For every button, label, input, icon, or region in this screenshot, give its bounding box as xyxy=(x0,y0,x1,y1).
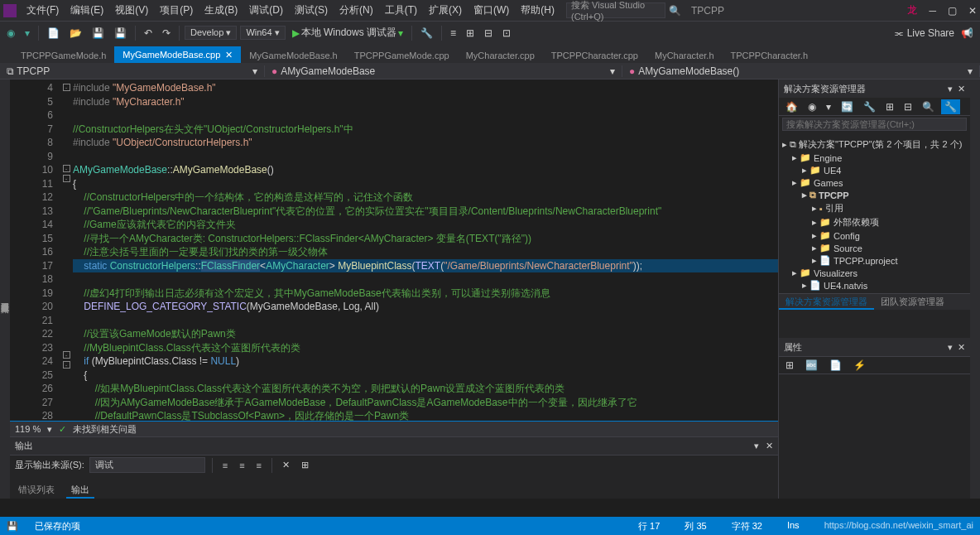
file-tab[interactable]: TPCPPCharacter.cpp xyxy=(543,47,646,63)
save-all-button[interactable]: 💾 xyxy=(111,26,130,41)
file-tab[interactable]: MyGameModeBase.h xyxy=(241,47,345,63)
zoom-level[interactable]: 119 % xyxy=(15,424,41,434)
exp-icon-4[interactable]: ⊞ xyxy=(882,99,897,114)
live-share-button[interactable]: ⫘ Live Share xyxy=(894,27,954,39)
props-pin-icon[interactable]: ▾ xyxy=(948,342,953,353)
config-dropdown[interactable]: Develop ▾ xyxy=(185,26,237,40)
tab-close-icon[interactable]: ✕ xyxy=(225,50,233,60)
code-line[interactable]: #include "UObject/ConstructorHelpers.h" xyxy=(73,136,778,150)
menu-item[interactable]: 扩展(X) xyxy=(424,2,467,19)
output-src-dropdown[interactable]: 调试 xyxy=(89,457,205,473)
tree-node[interactable]: ▸ 📁 Games xyxy=(782,176,967,189)
code-line[interactable]: //DefaultPawnClass是TSubclassOf<Pawn>，因此存… xyxy=(73,409,778,421)
undo-button[interactable]: ↶ xyxy=(141,26,156,41)
code-line[interactable]: //Game应该就代表它的内容文件夹 xyxy=(73,218,778,232)
menu-item[interactable]: 帮助(H) xyxy=(516,2,560,19)
code-line[interactable]: //ConstructorHelpers在头文件"UObject/Constru… xyxy=(73,123,778,137)
code-line[interactable] xyxy=(73,272,778,287)
platform-dropdown[interactable]: Win64 ▾ xyxy=(240,26,285,40)
code-line[interactable]: //MyBluepintClass.Class代表这个蓝图所代表的类 xyxy=(73,341,778,355)
exp-icon-5[interactable]: ⊟ xyxy=(901,99,915,114)
file-tab[interactable]: MyCharacter.h xyxy=(646,47,723,63)
menu-item[interactable]: 文件(F) xyxy=(22,2,64,19)
output-close-icon[interactable]: ✕ xyxy=(766,441,773,451)
menu-item[interactable]: 窗口(W) xyxy=(468,2,514,19)
code-line[interactable] xyxy=(73,150,778,164)
code-editor[interactable]: 4567891011121314151617181920212223242526… xyxy=(10,80,778,421)
tool-icon-2[interactable]: ≡ xyxy=(447,26,459,41)
props-close-icon[interactable]: ✕ xyxy=(958,342,965,353)
file-tab[interactable]: TPCPPGameMode.cpp xyxy=(346,47,458,63)
explorer-search-input[interactable] xyxy=(782,118,967,131)
tree-node[interactable]: ▸ 📄 UE4.natvis xyxy=(782,279,967,292)
exp-icon-1[interactable]: ◉ xyxy=(805,99,819,114)
code-line[interactable]: //ConstructorHelpers中的一个结构体，它的构造是这样写的，记住… xyxy=(73,190,778,205)
file-tab[interactable]: TPCPPCharacter.h xyxy=(723,47,817,63)
output-btn-2[interactable]: ≡ xyxy=(236,459,247,472)
menu-item[interactable]: 分析(N) xyxy=(334,2,378,19)
fold-toggle[interactable]: - xyxy=(63,175,70,182)
code-line[interactable]: //虚幻4打印到输出日志必须有这个宏定义，其中MyGameModeBase代表输… xyxy=(73,287,778,301)
home-icon[interactable]: 🏠 xyxy=(782,99,801,114)
tool-icon-1[interactable]: 🔧 xyxy=(417,26,436,41)
props-cat-icon[interactable]: ⊞ xyxy=(782,358,797,373)
save-button[interactable]: 💾 xyxy=(89,26,108,41)
new-button[interactable]: 📄 xyxy=(44,26,63,41)
file-tab[interactable]: MyCharacter.cpp xyxy=(458,47,543,63)
menu-item[interactable]: 调试(D) xyxy=(244,2,288,19)
tree-node[interactable]: ▸ 📄 TPCPP.uproject xyxy=(782,254,967,267)
output-btn-3[interactable]: ≡ xyxy=(253,459,265,472)
search-icon[interactable]: 🔍 xyxy=(669,5,681,17)
exp-icon-2[interactable]: ▾ xyxy=(823,99,834,114)
explorer-pin-icon[interactable]: ▾ xyxy=(948,84,953,94)
nav-scope[interactable]: AMyGameModeBase xyxy=(281,65,375,77)
nav-project[interactable]: ⧉ TPCPP xyxy=(7,65,50,77)
minimize-button[interactable]: ─ xyxy=(929,5,936,17)
forward-button[interactable]: ▾ xyxy=(22,26,33,41)
tree-node[interactable]: ▸ ⧉ TPCPP xyxy=(782,189,967,201)
menu-item[interactable]: 编辑(E) xyxy=(65,2,108,19)
tree-node[interactable]: ▸ 📁 UE4 xyxy=(782,164,967,176)
code-line[interactable]: AMyGameModeBase::AMyGameModeBase() xyxy=(73,163,778,177)
code-line[interactable]: { xyxy=(73,369,778,383)
props-page-icon[interactable]: 📄 xyxy=(826,358,845,373)
tool-icon-5[interactable]: ⊡ xyxy=(499,26,514,41)
code-line[interactable]: //寻找一个AMyCharacter类: ConstructorHelpers:… xyxy=(73,232,778,246)
code-line[interactable]: //注意尖括号里面的一定要是我们找的类的第一级父物体 xyxy=(73,245,778,259)
code-line[interactable]: #include "MyGameModeBase.h" xyxy=(73,81,778,95)
quick-search-box[interactable]: 搜索 Visual Studio (Ctrl+Q) xyxy=(566,2,665,18)
code-line[interactable]: //如果MyBluepintClass.Class代表这个蓝图所代表的类不为空，… xyxy=(73,382,778,396)
menu-item[interactable]: 生成(B) xyxy=(199,2,243,19)
exp-icon-6[interactable]: 🔍 xyxy=(919,99,938,114)
code-line[interactable]: //"Game/Blueprints/NewCharacterBlueprint… xyxy=(73,205,778,219)
refresh-icon[interactable]: 🔄 xyxy=(838,99,857,114)
code-line[interactable] xyxy=(73,314,778,328)
maximize-button[interactable]: ▢ xyxy=(948,5,957,17)
fold-toggle[interactable]: - xyxy=(63,361,70,369)
fold-toggle[interactable]: - xyxy=(63,165,70,172)
code-line[interactable]: #include "MyCharacter.h" xyxy=(73,95,778,109)
code-area[interactable]: #include "MyGameModeBase.h"#include "MyC… xyxy=(73,80,778,421)
file-tab[interactable]: TPCPPGameMode.h xyxy=(12,47,114,63)
exp-icon-3[interactable]: 🔧 xyxy=(860,99,879,114)
output-btn-1[interactable]: ≡ xyxy=(219,459,231,472)
nav-member[interactable]: AMyGameModeBase() xyxy=(638,65,739,77)
code-line[interactable]: //因为AMyGameModeBase继承于AGameModeBase，Defa… xyxy=(73,396,778,410)
feedback-icon[interactable]: 📢 xyxy=(958,26,977,41)
solution-tree[interactable]: ▸ ⧉ 解决方案"TPCPP"(第 2 个项目，共 2 个) ▸ 📁 Engin… xyxy=(779,136,970,293)
close-button[interactable]: ✕ xyxy=(968,5,977,17)
output-clear-icon[interactable]: ✕ xyxy=(279,458,293,472)
redo-button[interactable]: ↷ xyxy=(159,26,174,41)
bottom-tab[interactable]: 错误列表 xyxy=(13,482,60,499)
menu-item[interactable]: 工具(T) xyxy=(380,2,422,19)
code-line[interactable]: DEFINE_LOG_CATEGORY_STATIC(MyGameModeBas… xyxy=(73,300,778,314)
fold-gutter[interactable]: - -- -- -- xyxy=(60,80,73,421)
code-line[interactable]: { xyxy=(73,177,778,191)
props-events-icon[interactable]: ⚡ xyxy=(850,358,869,373)
open-button[interactable]: 📂 xyxy=(66,26,85,41)
tool-icon-4[interactable]: ⊟ xyxy=(481,26,496,41)
tree-node[interactable]: ▸ 📁 外部依赖项 xyxy=(782,215,967,229)
back-button[interactable]: ◉ xyxy=(3,26,18,41)
code-line[interactable] xyxy=(73,108,778,123)
bottom-tab[interactable]: 输出 xyxy=(66,482,94,499)
